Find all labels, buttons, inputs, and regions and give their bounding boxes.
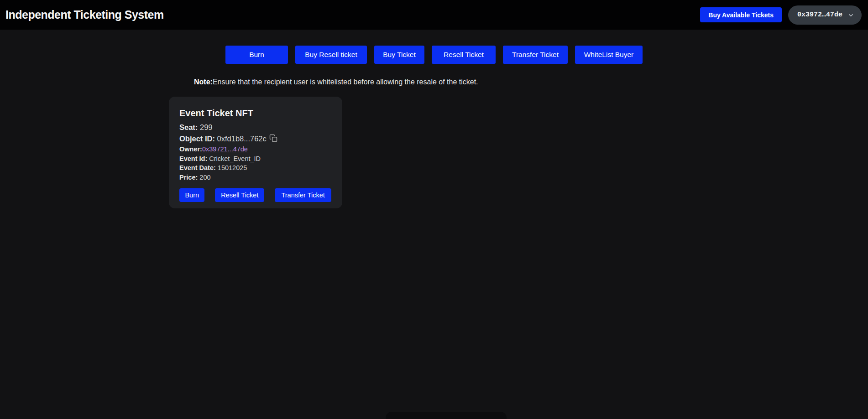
nav-buy-resell-ticket-button[interactable]: Buy Resell ticket [295,46,367,64]
note-text: Ensure that the recipient user is whitel… [213,78,478,86]
object-id-value: 0xfd1b8...762c [217,134,267,143]
page: Independent Ticketing System Buy Availab… [0,0,868,419]
app-title: Independent Ticketing System [5,8,164,21]
event-date-row: Event Date: 15012025 [179,164,331,173]
card-title: Event Ticket NFT [179,108,331,119]
header-actions: Buy Available Tickets 0x3972…47de [700,5,862,25]
object-id-text: Object ID: 0xfd1b8...762c [179,134,267,144]
nav-resell-ticket-button[interactable]: Resell Ticket [432,46,496,64]
object-id-row: Object ID: 0xfd1b8...762c [179,134,331,144]
event-id-row: Event Id: Cricket_Event_ID [179,155,331,164]
note-label: Note: [194,78,213,86]
seat-row: Seat: 299 [179,123,331,132]
card-burn-button[interactable]: Burn [179,188,204,202]
app-header: Independent Ticketing System Buy Availab… [0,0,868,30]
wallet-account-button[interactable]: 0x3972…47de [788,5,862,25]
event-date-label: Event Date: [179,164,216,171]
event-ticket-card: Event Ticket NFT Seat: 299 Object ID: 0x… [169,97,342,208]
card-resell-ticket-button[interactable]: Resell Ticket [215,188,264,202]
event-id-label: Event Id: [179,155,207,162]
card-actions: Burn Resell Ticket Transfer Ticket [179,188,331,202]
owner-label: Owner: [179,145,202,153]
owner-row: Owner:0x39721...47de [179,145,331,154]
nav-burn-button[interactable]: Burn [225,46,288,64]
price-value: 200 [199,174,210,181]
wallet-address: 0x3972…47de [797,11,842,19]
event-date-value: 15012025 [218,164,247,171]
card-transfer-ticket-button[interactable]: Transfer Ticket [275,188,331,202]
nav-buy-ticket-button[interactable]: Buy Ticket [374,46,424,64]
owner-address-link[interactable]: 0x39721...47de [202,145,248,153]
object-id-label: Object ID: [179,134,215,143]
seat-value: 299 [200,123,213,131]
action-nav: Burn Buy Resell ticket Buy Ticket Resell… [0,46,868,64]
price-label: Price: [179,174,198,181]
copy-object-id-button[interactable] [269,134,277,144]
chevron-down-icon [847,12,854,19]
event-id-value: Cricket_Event_ID [209,155,261,162]
buy-available-tickets-button[interactable]: Buy Available Tickets [700,7,782,22]
nav-whitelist-buyer-button[interactable]: WhiteList Buyer [575,46,643,64]
bottom-sheet-hint [386,412,507,419]
price-row: Price: 200 [179,173,331,182]
nav-transfer-ticket-button[interactable]: Transfer Ticket [503,46,568,64]
seat-label: Seat: [179,123,198,131]
whitelist-note: Note:Ensure that the recipient user is w… [194,77,478,87]
copy-icon [269,134,277,144]
